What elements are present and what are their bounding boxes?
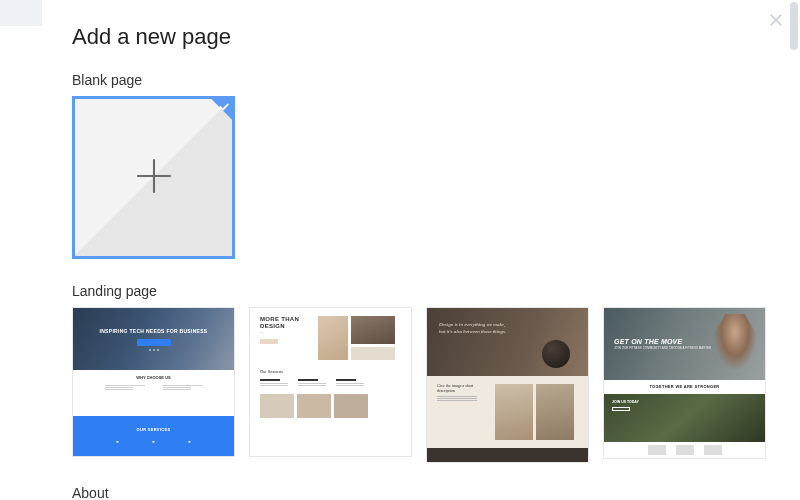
template-hero-image [711,314,759,374]
section-label-blank: Blank page [72,72,780,88]
modal-title: Add a new page [72,24,780,50]
template-image [334,394,368,418]
template-card-fitness[interactable]: GET ON THE MOVE JOIN OUR FITNESS COMMUNI… [603,307,766,459]
template-hero-title: GET ON THE MOVE [614,338,711,346]
template-services-label: Our Services [260,370,401,375]
template-image [318,316,348,360]
scrollbar[interactable] [790,2,798,50]
template-mid-title: Give the image a short description [437,384,487,394]
template-card-design[interactable]: MORE THAN DESIGN — Our Services [249,307,412,457]
check-icon [218,101,230,113]
user-icon: ▪ [114,438,122,446]
blank-page-card[interactable] [72,96,235,259]
template-title-line1: MORE THAN [260,316,310,323]
selected-badge [201,98,233,130]
template-hero-image [542,340,570,368]
template-hero-button [137,339,171,346]
template-title-line2: DESIGN [260,323,310,330]
carousel-dots [149,349,159,351]
template-image [297,394,331,418]
template-footer [604,442,765,458]
gear-icon: ▪ [150,438,158,446]
template-card-dark[interactable]: Design is in everything we make, but it'… [426,307,589,463]
template-image [536,384,574,440]
template-mid-title: WHY CHOOSE US [136,376,170,381]
template-footer-title: OUR SERVICES [137,428,171,433]
template-hero-text: Design is in everything we make, but it'… [439,322,519,335]
template-hero-sub: JOIN OUR FITNESS COMMUNITY AND CHOOSE A … [614,347,711,351]
template-mid: WHY CHOOSE US [73,370,234,416]
section-label-about: About [72,485,780,500]
template-section-title: JOIN US TODAY [612,400,757,404]
template-hero: GET ON THE MOVE JOIN OUR FITNESS COMMUNI… [604,308,765,380]
template-hero: INSPIRING TECH NEEDS FOR BUSINESS [73,308,234,370]
add-page-modal: Add a new page Blank page Landing page I… [72,24,780,500]
template-hero-title: INSPIRING TECH NEEDS FOR BUSINESS [100,328,208,334]
section-label-landing: Landing page [72,283,780,299]
template-subtitle: — [260,331,310,335]
template-image [260,394,294,418]
template-cta [260,339,278,344]
template-stripe: TOGETHER WE ARE STRONGER [604,380,765,394]
plus-icon [133,155,175,201]
sidebar-stub [0,0,42,26]
landing-templates-row: INSPIRING TECH NEEDS FOR BUSINESS WHY CH… [72,307,780,463]
template-cta [612,407,630,411]
template-image [351,316,395,344]
template-section: JOIN US TODAY [604,394,765,442]
template-image [495,384,533,440]
template-footer: OUR SERVICES ▪ ▪ ▪ [73,416,234,457]
template-hero: Design is in everything we make, but it'… [427,308,588,376]
template-footer [427,448,588,462]
template-card-tech[interactable]: INSPIRING TECH NEEDS FOR BUSINESS WHY CH… [72,307,235,457]
template-image [351,347,395,360]
template-mid: Give the image a short description [427,376,588,448]
cloud-icon: ▪ [186,438,194,446]
